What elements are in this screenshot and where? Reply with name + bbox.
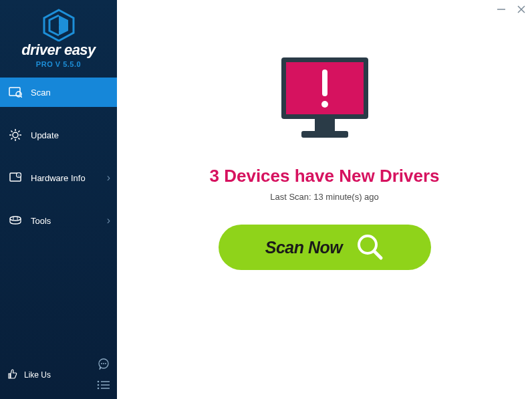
thumbs-up-icon [7, 368, 19, 382]
svg-point-4 [13, 132, 18, 138]
sidebar-item-label: Hardware Info [31, 173, 107, 183]
main-content: 3 Devices have New Drivers Last Scan: 13… [117, 0, 532, 399]
close-button[interactable] [516, 4, 527, 15]
sidebar-footer: Like Us [0, 352, 117, 399]
svg-line-10 [18, 138, 19, 139]
hardware-info-icon: i [8, 170, 23, 185]
window-controls [496, 4, 527, 15]
svg-text:i: i [18, 174, 19, 178]
svg-line-3 [21, 96, 22, 98]
svg-point-21 [103, 363, 104, 364]
headline-text: 3 Devices have New Drivers [210, 166, 440, 186]
like-us-button[interactable]: Like Us [7, 368, 51, 382]
minimize-button[interactable] [496, 4, 507, 15]
chevron-right-icon: › [107, 172, 110, 184]
version-label: PRO V 5.5.0 [0, 60, 117, 68]
svg-point-27 [98, 388, 100, 390]
sidebar: driver easy PRO V 5.5.0 Scan Update i Ha… [0, 0, 117, 399]
brand-name: driver easy [0, 41, 117, 59]
svg-point-37 [321, 101, 328, 108]
svg-point-25 [98, 384, 100, 386]
svg-line-11 [11, 138, 13, 139]
feedback-chat-icon[interactable] [97, 358, 110, 374]
like-us-label: Like Us [24, 370, 51, 380]
sidebar-item-scan[interactable]: Scan [0, 78, 117, 107]
alert-monitor-icon [275, 52, 375, 148]
svg-line-39 [374, 251, 381, 258]
logo-area: driver easy PRO V 5.5.0 [0, 0, 117, 72]
svg-line-9 [11, 131, 13, 132]
update-gear-icon [8, 128, 23, 142]
app-logo-icon [0, 8, 117, 41]
svg-point-16 [10, 217, 21, 221]
svg-line-12 [18, 131, 19, 132]
svg-point-23 [98, 381, 100, 383]
sidebar-item-label: Scan [31, 88, 110, 98]
svg-point-22 [105, 363, 106, 364]
chevron-right-icon: › [107, 215, 110, 227]
scan-icon [8, 85, 23, 100]
scan-now-button[interactable]: Scan Now [219, 225, 431, 270]
sidebar-item-update[interactable]: Update [0, 120, 117, 150]
sidebar-item-label: Update [31, 130, 110, 140]
tools-icon [8, 213, 23, 228]
last-scan-text: Last Scan: 13 minute(s) ago [270, 192, 379, 202]
svg-point-20 [101, 363, 102, 364]
search-magnifier-icon [356, 233, 384, 263]
sidebar-item-tools[interactable]: Tools › [0, 206, 117, 235]
menu-list-icon[interactable] [97, 380, 110, 392]
svg-rect-35 [301, 131, 348, 138]
sidebar-item-hardware-info[interactable]: i Hardware Info › [0, 163, 117, 192]
footer-right [97, 358, 110, 392]
sidebar-nav: Scan Update i Hardware Info › Tools › [0, 78, 117, 249]
scan-now-label: Scan Now [265, 238, 342, 257]
svg-point-2 [16, 92, 21, 97]
sidebar-item-label: Tools [31, 216, 107, 226]
svg-rect-34 [315, 119, 335, 131]
